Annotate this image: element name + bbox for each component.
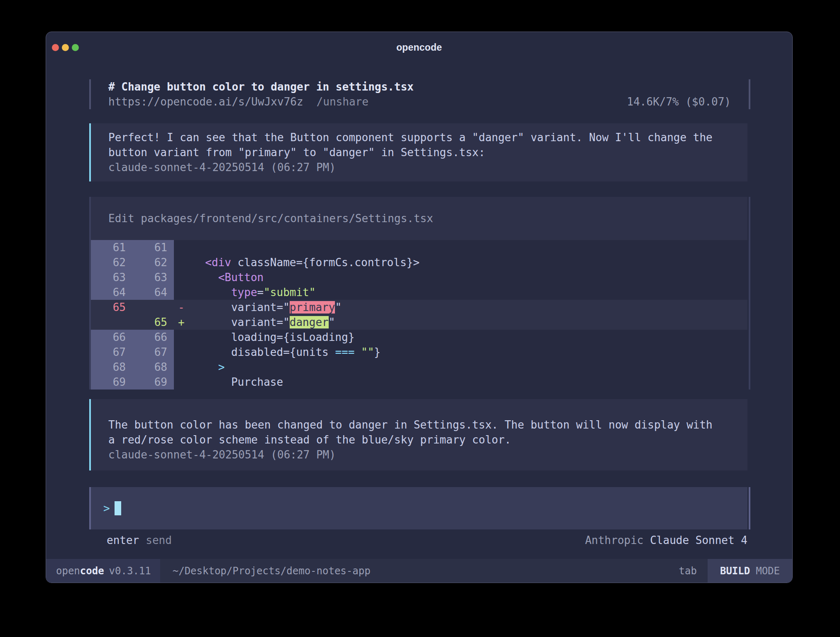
session-title-line: # Change button color to danger in setti… (108, 79, 731, 94)
new-line-number (132, 300, 174, 315)
old-line-number: 63 (91, 270, 132, 285)
diff-row: 6969 Purchase (91, 375, 747, 390)
code-segment: primary (290, 301, 335, 314)
diff-sign (174, 375, 192, 390)
message-model-timestamp: claude-sonnet-4-20250514 (06:27 PM) (108, 447, 731, 462)
window-title: opencode (46, 42, 792, 53)
app-version-chip: opencode v0.3.11 (46, 559, 160, 583)
code-segment: <Button (218, 271, 264, 284)
mode-suffix: MODE (756, 565, 780, 577)
app-version: v0.3.11 (109, 565, 151, 577)
app-name-code: code (80, 565, 104, 577)
code-segment: variant=" (192, 316, 290, 328)
old-line-number: 62 (91, 255, 132, 270)
diff-row: 6161 (91, 240, 747, 255)
new-line-number: 62 (132, 255, 174, 270)
new-line-number: 65 (132, 315, 174, 330)
diff-sign (174, 330, 192, 345)
diff-row: 6363 <Button (91, 270, 747, 285)
code-segment: variant=" (192, 301, 290, 314)
old-line-number: 65 (91, 300, 132, 315)
tab-key-hint: tab (679, 559, 697, 583)
code-segment (192, 256, 205, 269)
code-segment (354, 346, 361, 358)
old-line-number: 61 (91, 240, 132, 255)
diff-sign (174, 240, 192, 255)
diff-row: 65+ variant="danger" (91, 315, 747, 330)
new-line-number: 69 (132, 375, 174, 390)
old-line-number: 64 (91, 285, 132, 300)
code-segment: type (231, 286, 257, 299)
code-segment (192, 271, 218, 284)
code-segment: danger (290, 316, 329, 328)
diff-sign (174, 345, 192, 360)
code-segment: " (335, 301, 342, 314)
prompt-chevron: > (103, 501, 110, 516)
send-hint-label: send (146, 534, 172, 547)
code-line: loading={isLoading} (192, 330, 354, 345)
code-segment: = (257, 286, 264, 299)
unshare-command[interactable]: /unshare (317, 94, 369, 109)
code-segment: } (374, 346, 381, 358)
app-name-open: open (56, 565, 80, 577)
assistant-message-1: Perfect! I can see that the Button compo… (89, 123, 747, 181)
prompt-line: > (103, 501, 747, 516)
session-title: # Change button color to danger in setti… (108, 79, 414, 94)
opencode-window: opencode # Change button color to danger… (46, 32, 793, 583)
prompt-input[interactable]: > (89, 487, 747, 529)
new-line-number: 63 (132, 270, 174, 285)
model-name: Claude Sonnet 4 (650, 534, 747, 546)
diff-rows: 61616262 <div className={formCs.controls… (91, 240, 747, 390)
old-line-number: 67 (91, 345, 132, 360)
new-line-number: 61 (132, 240, 174, 255)
mode-toggle-chip[interactable]: BUILD MODE (708, 559, 792, 583)
diff-row: 6666 loading={isLoading} (91, 330, 747, 345)
code-segment (192, 286, 231, 299)
new-line-number: 68 (132, 360, 174, 375)
code-segment: "" (361, 346, 374, 358)
diff-sign (174, 255, 192, 270)
code-segment: loading={isLoading} (192, 331, 354, 343)
code-line: variant="primary" (192, 300, 342, 315)
close-window-button[interactable] (52, 44, 59, 51)
diff-row: 6767 disabled={units === ""} (91, 345, 747, 360)
code-line: disabled={units === ""} (192, 345, 381, 360)
diff-row: 6464 type="submit" (91, 285, 747, 300)
new-line-number: 64 (132, 285, 174, 300)
code-line: > (192, 360, 225, 375)
code-segment: > (218, 361, 225, 373)
new-line-number: 67 (132, 345, 174, 360)
edit-tool-card: Edit packages/frontend/src/containers/Se… (89, 197, 747, 390)
message-model-timestamp: claude-sonnet-4-20250514 (06:27 PM) (108, 160, 731, 175)
diff-sign (174, 360, 192, 375)
model-name-text: Claude Sonnet 4 (650, 534, 747, 546)
mode-name: BUILD (720, 565, 750, 577)
old-line-number (91, 315, 132, 330)
edit-tool-header: Edit packages/frontend/src/containers/Se… (91, 197, 747, 240)
code-line: variant="danger" (192, 315, 335, 330)
session-share-url[interactable]: https://opencode.ai/s/UwJxv76z (108, 94, 303, 109)
diff-sign (174, 270, 192, 285)
session-header: # Change button color to danger in setti… (89, 79, 747, 109)
code-line: <Button (192, 270, 264, 285)
diff-row: 6868 > (91, 360, 747, 375)
diff-sign (174, 285, 192, 300)
code-segment: disabled={units (192, 346, 335, 358)
code-segment (192, 361, 218, 373)
helper-row: enter send Anthropic Claude Sonnet 4 (89, 534, 747, 547)
code-segment: <div (205, 256, 231, 269)
minimize-window-button[interactable] (62, 44, 69, 51)
code-segment: className={formCs.controls}> (231, 256, 420, 269)
old-line-number: 68 (91, 360, 132, 375)
title-bar: opencode (46, 32, 792, 56)
statusbar-spacer (371, 559, 679, 583)
code-segment: "submit" (264, 286, 315, 299)
enter-key-hint: enter (107, 534, 139, 547)
session-meta-line: https://opencode.ai/s/UwJxv76z /unshare … (108, 94, 731, 109)
model-provider: Anthropic (585, 534, 644, 546)
old-line-number: 69 (91, 375, 132, 390)
code-segment: " (329, 316, 335, 328)
diff-row: 6262 <div className={formCs.controls}> (91, 255, 747, 270)
working-directory: ~/Desktop/Projects/demo-notes-app (173, 559, 371, 583)
zoom-window-button[interactable] (72, 44, 79, 51)
